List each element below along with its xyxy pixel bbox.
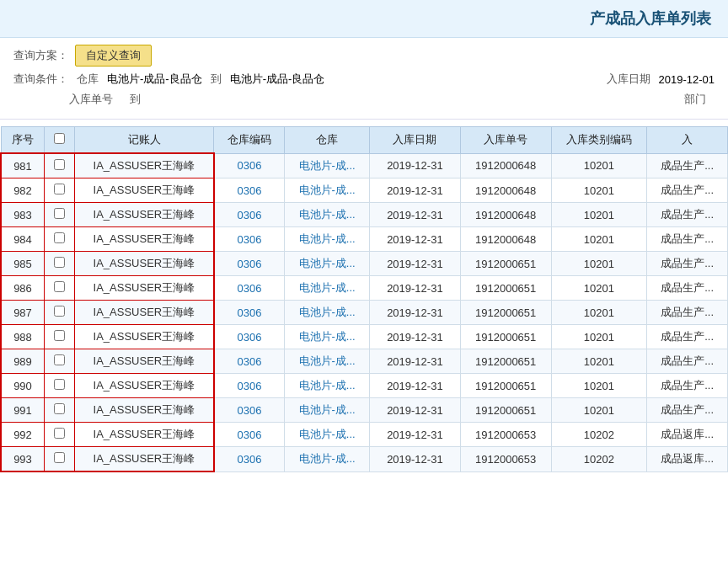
row-checkbox[interactable]: [54, 281, 65, 292]
wh-link[interactable]: 电池片-成...: [299, 232, 356, 245]
wh-link[interactable]: 电池片-成...: [299, 257, 356, 269]
cell-checkbox[interactable]: [44, 349, 74, 374]
cell-wh[interactable]: 电池片-成...: [285, 398, 370, 423]
wh-code-link[interactable]: 0306: [238, 429, 262, 441]
wh-link[interactable]: 电池片-成...: [299, 403, 356, 416]
wh-link[interactable]: 电池片-成...: [299, 354, 356, 367]
cell-wh-code[interactable]: 0306: [214, 301, 285, 325]
cell-checkbox[interactable]: [44, 227, 74, 252]
wh-code-link[interactable]: 0306: [238, 404, 262, 417]
cell-intype-code: 10201: [551, 153, 647, 178]
wh-link[interactable]: 电池片-成...: [299, 306, 356, 318]
wh-link[interactable]: 电池片-成...: [299, 452, 356, 465]
cell-wh[interactable]: 电池片-成...: [285, 349, 370, 374]
wh-code-link[interactable]: 0306: [238, 282, 262, 295]
cell-intype-code: 10201: [551, 325, 647, 349]
row-checkbox[interactable]: [54, 403, 65, 414]
row-checkbox[interactable]: [54, 354, 65, 365]
cell-wh-code[interactable]: 0306: [214, 374, 285, 398]
table-container: 序号 记账人 仓库编码 仓库 入库日期 入库单号 入库类别编码 入 981 IA…: [0, 120, 728, 472]
custom-query-button[interactable]: 自定义查询: [75, 45, 152, 67]
cell-wh[interactable]: 电池片-成...: [285, 178, 370, 203]
cell-wh-code[interactable]: 0306: [214, 398, 285, 423]
cell-wh-code[interactable]: 0306: [214, 423, 285, 447]
query-scheme-row: 查询方案： 自定义查询: [13, 45, 715, 67]
wh-link[interactable]: 电池片-成...: [299, 159, 356, 172]
cell-wh-code[interactable]: 0306: [214, 325, 285, 349]
cell-wh-code[interactable]: 0306: [214, 178, 285, 203]
cell-intype-code: 10202: [551, 447, 647, 472]
wh-code-link[interactable]: 0306: [238, 209, 262, 221]
cell-intype: 成品生产...: [647, 276, 728, 301]
row-checkbox[interactable]: [54, 208, 65, 219]
cell-wh-code[interactable]: 0306: [214, 349, 285, 374]
wh-link[interactable]: 电池片-成...: [299, 428, 356, 440]
row-checkbox[interactable]: [54, 379, 65, 390]
wh-link[interactable]: 电池片-成...: [299, 379, 356, 392]
wh-code-link[interactable]: 0306: [238, 331, 262, 344]
cell-wh[interactable]: 电池片-成...: [285, 301, 370, 325]
cell-bookkeeper: IA_ASSUSER王海峰: [74, 252, 213, 276]
cell-wh[interactable]: 电池片-成...: [285, 447, 370, 472]
cell-wh[interactable]: 电池片-成...: [285, 423, 370, 447]
main-table: 序号 记账人 仓库编码 仓库 入库日期 入库单号 入库类别编码 入 981 IA…: [0, 126, 728, 472]
table-body: 981 IA_ASSUSER王海峰 0306 电池片-成... 2019-12-…: [1, 153, 728, 471]
cell-wh[interactable]: 电池片-成...: [285, 276, 370, 301]
cell-wh-code[interactable]: 0306: [214, 447, 285, 472]
row-checkbox[interactable]: [54, 306, 65, 317]
cell-intype-code: 10201: [551, 276, 647, 301]
cell-checkbox[interactable]: [44, 374, 74, 398]
cell-wh[interactable]: 电池片-成...: [285, 153, 370, 178]
row-checkbox[interactable]: [54, 330, 65, 341]
cell-checkbox[interactable]: [44, 398, 74, 423]
cell-checkbox[interactable]: [44, 203, 74, 227]
cell-wh[interactable]: 电池片-成...: [285, 227, 370, 252]
cell-intype-code: 10201: [551, 252, 647, 276]
to3-label: 到: [130, 92, 141, 107]
cell-wh-code[interactable]: 0306: [214, 153, 285, 178]
select-all-checkbox[interactable]: [54, 133, 65, 144]
cell-checkbox[interactable]: [44, 252, 74, 276]
cell-intype-code: 10202: [551, 423, 647, 447]
cell-wh[interactable]: 电池片-成...: [285, 374, 370, 398]
wh-code-link[interactable]: 0306: [238, 258, 262, 270]
cell-checkbox[interactable]: [44, 301, 74, 325]
cell-checkbox[interactable]: [44, 178, 74, 203]
cell-inorder: 1912000648: [460, 153, 551, 178]
th-wh: 仓库: [285, 127, 370, 154]
cell-wh[interactable]: 电池片-成...: [285, 325, 370, 349]
cell-wh-code[interactable]: 0306: [214, 252, 285, 276]
wh-code-link[interactable]: 0306: [238, 306, 262, 319]
cell-checkbox[interactable]: [44, 325, 74, 349]
cell-seq: 984: [1, 227, 44, 252]
wh-link[interactable]: 电池片-成...: [299, 281, 356, 294]
row-checkbox[interactable]: [54, 452, 65, 463]
wh-link[interactable]: 电池片-成...: [299, 208, 356, 221]
row-checkbox[interactable]: [54, 184, 65, 194]
cell-checkbox[interactable]: [44, 447, 74, 472]
wh-code-link[interactable]: 0306: [238, 380, 262, 392]
wh-link[interactable]: 电池片-成...: [299, 330, 356, 343]
row-checkbox[interactable]: [54, 257, 65, 268]
wh-code-link[interactable]: 0306: [238, 453, 262, 466]
wh-code-link[interactable]: 0306: [238, 233, 262, 246]
cell-wh[interactable]: 电池片-成...: [285, 252, 370, 276]
cell-checkbox[interactable]: [44, 153, 74, 178]
th-wh-code: 仓库编码: [214, 127, 285, 154]
table-row: 986 IA_ASSUSER王海峰 0306 电池片-成... 2019-12-…: [1, 276, 728, 301]
cell-intype: 成品生产...: [647, 153, 728, 178]
row-checkbox[interactable]: [54, 428, 65, 439]
row-checkbox[interactable]: [54, 159, 65, 170]
cell-wh-code[interactable]: 0306: [214, 227, 285, 252]
wh-code-link[interactable]: 0306: [238, 355, 262, 368]
cell-checkbox[interactable]: [44, 276, 74, 301]
row-checkbox[interactable]: [54, 232, 65, 243]
cell-wh[interactable]: 电池片-成...: [285, 203, 370, 227]
wh-code-link[interactable]: 0306: [238, 159, 262, 172]
wh-link[interactable]: 电池片-成...: [299, 184, 356, 196]
wh-code-link[interactable]: 0306: [238, 184, 262, 197]
cell-checkbox[interactable]: [44, 423, 74, 447]
cell-wh-code[interactable]: 0306: [214, 276, 285, 301]
cell-wh-code[interactable]: 0306: [214, 203, 285, 227]
cell-indate: 2019-12-31: [369, 178, 460, 203]
